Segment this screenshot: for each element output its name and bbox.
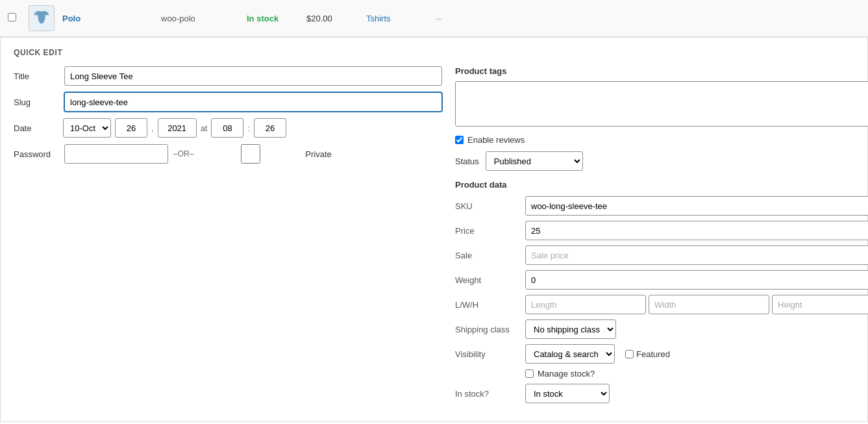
instock-row: In stock? In stock Out of stock On backo…	[455, 384, 868, 403]
title-input[interactable]	[64, 66, 442, 86]
weight-row: Weight	[455, 270, 868, 290]
product-data-label: Product data	[455, 180, 868, 190]
status-label: Status	[455, 156, 479, 166]
shipping-class-row: Shipping class No shipping class	[455, 319, 868, 339]
visibility-row: Visibility Catalog & search Catalog Sear…	[455, 344, 868, 364]
product-tags-input[interactable]	[455, 81, 868, 127]
date-month-select[interactable]: 10-Oct	[63, 118, 111, 138]
date-sep-1: ,	[151, 123, 154, 133]
row-checkbox[interactable]	[8, 13, 21, 23]
price-row: Price	[455, 221, 868, 240]
sku-row: SKU	[455, 196, 868, 216]
product-tags-label: Product tags	[455, 66, 868, 76]
date-sep-2: :	[247, 123, 250, 133]
manage-stock-label: Manage stock?	[538, 369, 595, 379]
sale-input[interactable]	[525, 245, 868, 265]
shipping-class-label: Shipping class	[455, 325, 520, 334]
quick-edit-header: QUICK EDIT	[14, 48, 854, 57]
sku-input[interactable]	[525, 196, 868, 216]
date-row: Date 10-Oct , at :	[14, 118, 442, 138]
slug-input[interactable]	[64, 92, 442, 112]
password-label: Password	[14, 149, 59, 159]
quick-edit-panel: QUICK EDIT Title Slug Date 10-Oct , at	[0, 37, 868, 422]
price-label: Price	[455, 226, 520, 236]
product-title[interactable]: Polo	[62, 14, 153, 23]
product-stock: In stock	[247, 14, 299, 23]
quick-edit-right: Product tags Enable reviews Status Publi…	[455, 66, 868, 408]
date-label: Date	[14, 123, 59, 133]
shipping-class-select[interactable]: No shipping class	[525, 319, 616, 339]
lwh-inputs	[525, 295, 868, 314]
weight-label: Weight	[455, 275, 520, 285]
title-row: Title	[14, 66, 442, 86]
length-input[interactable]	[525, 295, 646, 314]
date-year-input[interactable]	[158, 118, 197, 138]
date-day-input[interactable]	[115, 118, 147, 138]
product-price: $20.00	[306, 14, 358, 23]
visibility-label: Visibility	[455, 349, 520, 359]
status-row: Status Published Draft Pending Review Pr…	[455, 151, 868, 171]
featured-checkbox[interactable]	[625, 350, 634, 358]
date-hour-input[interactable]	[211, 118, 243, 138]
lwh-row: L/W/H	[455, 295, 868, 314]
or-label: –OR–	[173, 149, 193, 158]
quick-edit-left: Title Slug Date 10-Oct , at :	[14, 66, 442, 408]
manage-stock-checkbox[interactable]	[525, 369, 534, 378]
enable-reviews-label: Enable reviews	[467, 135, 525, 145]
product-thumbnail	[29, 5, 55, 31]
date-minute-input[interactable]	[254, 118, 286, 138]
status-select[interactable]: Published Draft Pending Review Private	[486, 151, 583, 171]
lwh-label: L/W/H	[455, 300, 520, 310]
enable-reviews-checkbox[interactable]	[455, 136, 464, 144]
slug-label: Slug	[14, 97, 59, 107]
product-row: Polo woo-polo In stock $20.00 Tshirts –	[0, 0, 868, 37]
private-checkbox[interactable]	[199, 144, 303, 164]
product-data-section: Product data SKU Price Sale Weight	[455, 180, 868, 403]
slug-row: Slug	[14, 92, 442, 112]
date-at-label: at	[201, 123, 208, 133]
private-label: Private	[305, 149, 331, 159]
product-category[interactable]: Tshirts	[366, 14, 418, 23]
visibility-select[interactable]: Catalog & search Catalog Search Hidden	[525, 344, 615, 364]
product-sku: woo-polo	[161, 14, 239, 23]
height-input[interactable]	[772, 295, 868, 314]
product-tags-dash: –	[426, 14, 452, 23]
width-input[interactable]	[649, 295, 769, 314]
weight-input[interactable]	[525, 270, 868, 290]
price-input[interactable]	[525, 221, 868, 240]
sku-label: SKU	[455, 201, 520, 211]
sale-row: Sale	[455, 245, 868, 265]
instock-label: In stock?	[455, 389, 520, 399]
featured-label: Featured	[636, 349, 670, 359]
password-row: Password –OR– Private	[14, 144, 442, 164]
title-label: Title	[14, 71, 59, 81]
private-check-container: Private	[199, 144, 331, 164]
sale-label: Sale	[455, 251, 520, 260]
featured-check-container: Featured	[625, 349, 670, 359]
instock-select[interactable]: In stock Out of stock On backorder	[525, 384, 610, 403]
password-input[interactable]	[64, 144, 168, 164]
enable-reviews-row: Enable reviews	[455, 135, 868, 145]
manage-stock-row: Manage stock?	[455, 369, 868, 379]
